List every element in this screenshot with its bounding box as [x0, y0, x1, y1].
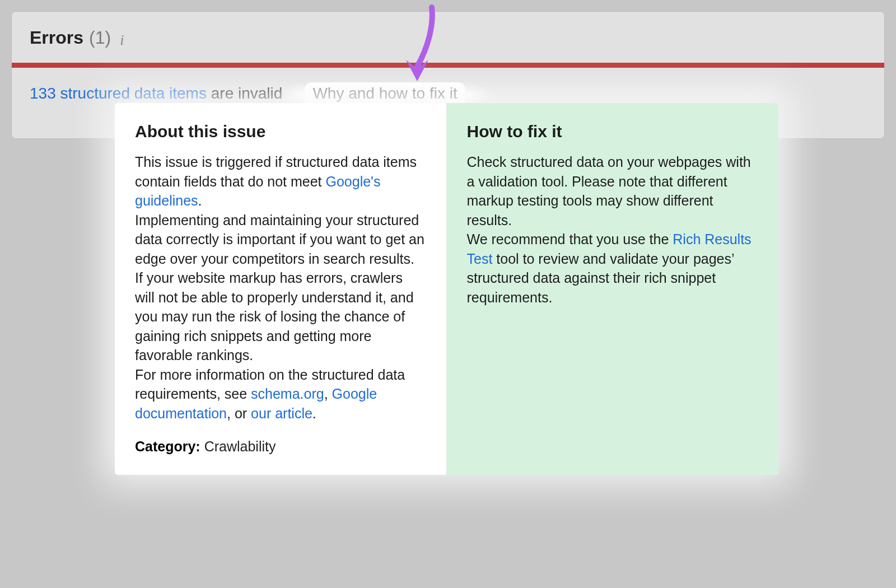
fix-para2-post: tool to review and validate your pages’ …: [467, 251, 734, 305]
issue-details-popup: About this issue This issue is triggered…: [115, 103, 778, 475]
about-para1-post: .: [198, 193, 202, 208]
info-icon[interactable]: i: [120, 32, 124, 49]
about-para3: If your website markup has errors, crawl…: [135, 270, 414, 363]
about-para2: Implementing and maintaining your struct…: [135, 212, 424, 267]
fix-para2-pre: We recommend that you use the: [467, 231, 673, 247]
about-body: This issue is triggered if structured da…: [135, 152, 426, 423]
errors-count: (1): [89, 27, 111, 48]
about-para4-post: .: [312, 405, 316, 421]
card-header: Errors (1) i: [12, 12, 884, 63]
structured-data-items-link[interactable]: 133 structured data items: [30, 85, 207, 102]
severity-bar: [12, 63, 884, 68]
fix-para1: Check structured data on your webpages w…: [467, 154, 751, 228]
errors-title: Errors: [30, 27, 83, 48]
fix-body: Check structured data on your webpages w…: [467, 152, 759, 307]
fix-heading: How to fix it: [467, 122, 759, 141]
issue-suffix-text-2: are invalid: [211, 85, 283, 102]
category-value-text: Crawlability: [204, 438, 276, 454]
about-comma1: ,: [324, 386, 332, 402]
category-label: Category:: [135, 438, 200, 454]
how-to-fix-panel: How to fix it Check structured data on y…: [447, 103, 779, 475]
our-article-link[interactable]: our article: [251, 405, 312, 421]
schema-org-link[interactable]: schema.org: [251, 386, 324, 402]
about-this-issue-panel: About this issue This issue is triggered…: [115, 103, 447, 475]
about-or-text: , or: [227, 405, 251, 421]
category-row: Category: Crawlability: [135, 438, 426, 455]
about-heading: About this issue: [135, 122, 426, 141]
